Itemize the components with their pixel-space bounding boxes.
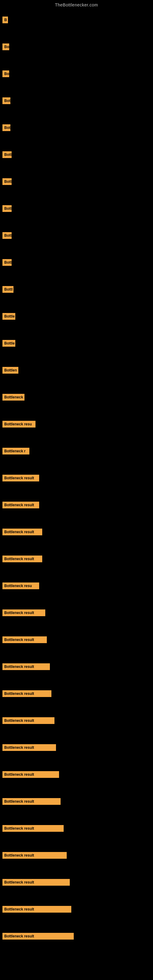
list-item: Bottleneck result	[0, 796, 153, 807]
list-item: Bottleneck	[0, 392, 153, 402]
item-label: Bottleneck result	[2, 906, 71, 913]
list-item: Bo	[0, 41, 153, 52]
list-item: Bottleneck result	[0, 931, 153, 942]
item-label: Bottle	[2, 313, 15, 320]
list-item: Bott	[0, 177, 153, 187]
item-label: Bottleneck result	[2, 690, 51, 697]
item-label: Bottleneck result	[2, 475, 39, 481]
list-item: Bottleneck resu	[0, 581, 153, 591]
list-item: Bot	[0, 123, 153, 133]
item-label: Bottleneck resu	[2, 421, 35, 428]
item-label: Bo	[2, 43, 9, 50]
item-label: Bottleneck result	[2, 825, 64, 832]
item-label: Bott	[2, 232, 12, 239]
list-item: Bottleneck result	[0, 877, 153, 888]
items-container: BBoBoBotBotBottBottBottBottBottBottlBott…	[0, 9, 153, 945]
item-label: Bott	[2, 178, 12, 185]
list-item: Bottl	[0, 284, 153, 294]
item-label: B	[2, 16, 8, 23]
item-label: Bottle	[2, 340, 15, 347]
list-item: Bottleneck result	[0, 689, 153, 699]
list-item: Bottleneck r	[0, 446, 153, 456]
item-label: Bottleneck result	[2, 502, 39, 508]
item-label: Bottleneck resu	[2, 582, 39, 589]
item-label: Bottleneck result	[2, 555, 42, 562]
item-label: Bottlen	[2, 367, 18, 374]
list-item: Bo	[0, 68, 153, 79]
item-label: Bottleneck result	[2, 852, 67, 859]
list-item: Bott	[0, 204, 153, 214]
item-label: Bott	[2, 151, 12, 158]
item-label: Bottl	[2, 286, 13, 293]
list-item: Bottleneck result	[0, 662, 153, 672]
list-item: Bottleneck result	[0, 715, 153, 726]
list-item: Bott	[0, 150, 153, 160]
list-item: Bottleneck result	[0, 473, 153, 483]
item-label: Bottleneck result	[2, 771, 59, 778]
item-label: Bottleneck result	[2, 933, 74, 940]
item-label: Bottleneck result	[2, 609, 45, 616]
list-item: Bot	[0, 95, 153, 106]
item-label: Bot	[2, 124, 10, 131]
list-item: Bottleneck resu	[0, 419, 153, 430]
list-item: Bott	[0, 257, 153, 268]
list-item: Bottleneck result	[0, 635, 153, 645]
list-item: Bott	[0, 230, 153, 241]
list-item: Bottle	[0, 338, 153, 348]
list-item: Bottleneck result	[0, 527, 153, 537]
item-label: Bottleneck result	[2, 663, 50, 670]
item-label: Bott	[2, 259, 12, 266]
item-label: Bottleneck result	[2, 744, 56, 751]
item-label: Bottleneck result	[2, 717, 54, 724]
site-title: TheBottlenecker.com	[0, 0, 153, 9]
item-label: Bottleneck result	[2, 636, 47, 643]
item-label: Bottleneck	[2, 394, 24, 401]
list-item: Bottleneck result	[0, 742, 153, 753]
list-item: B	[0, 15, 153, 25]
list-item: Bottleneck result	[0, 608, 153, 618]
list-item: Bottleneck result	[0, 850, 153, 861]
list-item: Bottleneck result	[0, 769, 153, 780]
list-item: Bottleneck result	[0, 554, 153, 564]
item-label: Bottleneck r	[2, 448, 29, 455]
item-label: Bottleneck result	[2, 798, 61, 805]
item-label: Bot	[2, 97, 10, 104]
list-item: Bottleneck result	[0, 500, 153, 510]
item-label: Bottleneck result	[2, 528, 42, 535]
item-label: Bottleneck result	[2, 879, 70, 886]
item-label: Bo	[2, 70, 9, 77]
list-item: Bottlen	[0, 365, 153, 375]
list-item: Bottleneck result	[0, 904, 153, 915]
list-item: Bottleneck result	[0, 823, 153, 834]
list-item: Bottle	[0, 311, 153, 321]
item-label: Bott	[2, 205, 12, 212]
